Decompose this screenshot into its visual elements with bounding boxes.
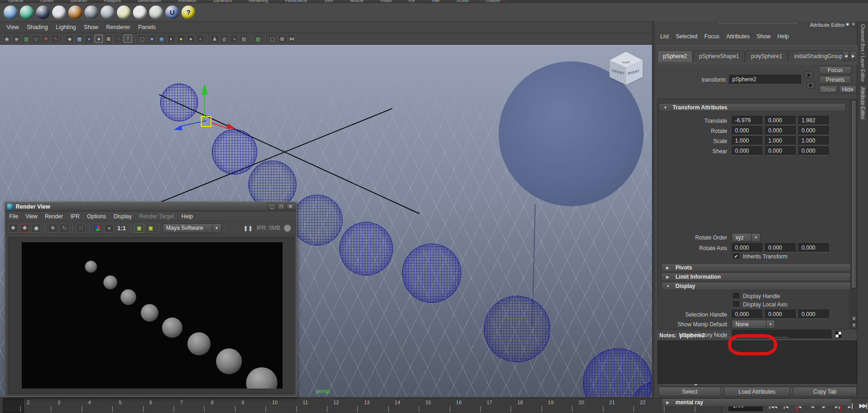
light-bulb-icon[interactable]	[117, 6, 131, 19]
viewport-menu-panels[interactable]: Panels	[138, 24, 156, 30]
inherits-transform-checkbox[interactable]: ✔	[733, 253, 739, 259]
keep-image-icon[interactable]: ▣	[134, 224, 144, 233]
selection-handle-field-x[interactable]: 0.000	[732, 310, 762, 319]
frame-tick[interactable]	[664, 406, 664, 412]
frame-tick[interactable]	[511, 406, 511, 412]
frame-tick[interactable]	[204, 406, 205, 412]
frame-tick[interactable]	[419, 406, 419, 412]
wireframe-sphere-2[interactable]	[212, 129, 257, 174]
frame-tick[interactable]	[174, 406, 174, 412]
scale-field-y[interactable]: 1.000	[765, 136, 796, 145]
frame-tick[interactable]	[112, 406, 113, 412]
film-gate-icon[interactable]: ▥	[22, 35, 30, 43]
frame-tick[interactable]	[235, 406, 235, 412]
scroll-up-button[interactable]: ▲	[851, 315, 856, 321]
wire-cube-icon[interactable]: ▢	[138, 35, 146, 43]
isolate-select-icon[interactable]: ▧	[254, 35, 262, 43]
frame-tick[interactable]	[480, 406, 481, 412]
flower-brush-dark-icon[interactable]	[149, 6, 163, 19]
shelf-tab-curves[interactable]: Curves	[32, 0, 62, 0]
motion-blur-cube-icon[interactable]: ▩	[240, 35, 248, 43]
image-plane-icon[interactable]	[101, 6, 115, 19]
shelf-tab-custom[interactable]: Custom	[477, 0, 509, 0]
scale-field-z[interactable]: 1.000	[798, 136, 829, 145]
plain-cube-icon[interactable]: ▢	[268, 35, 277, 43]
scroll-down-button[interactable]: ▼	[851, 322, 856, 328]
frame-tick[interactable]	[82, 406, 82, 412]
view-cube[interactable]: TOP FRONT RIGHT	[609, 52, 643, 85]
render-region-icon[interactable]: ∷	[76, 224, 86, 233]
render-view-menu-ipr[interactable]: IPR	[71, 213, 80, 220]
node-tab-psphere2[interactable]: pSphere2	[657, 50, 693, 62]
go-to-end-button[interactable]: ▶▶|	[857, 400, 868, 412]
frame-tick[interactable]	[357, 406, 358, 412]
shelf-tab-fluids[interactable]: Fluids	[372, 0, 400, 0]
hypergraph-link-icon[interactable]: ⋈	[288, 35, 296, 43]
bounding-box-icon[interactable]: ⊠	[104, 35, 113, 43]
frame-tick[interactable]	[296, 406, 297, 412]
selection-handle-field-y[interactable]: 0.000	[765, 310, 796, 319]
refresh-ipr-icon[interactable]: ↻	[60, 224, 69, 233]
attribute-editor-toggle[interactable]: Attribute Editor	[859, 85, 867, 121]
wireframe-sphere-7[interactable]	[484, 296, 550, 362]
show-input-connections-icon[interactable]	[805, 72, 813, 78]
viewport-menu-lighting[interactable]: Lighting	[56, 24, 76, 30]
ae-menu-focus[interactable]: Focus	[704, 33, 719, 40]
rotate-field-y[interactable]: 0.000	[765, 126, 796, 135]
xray-bust-icon[interactable]: ♟	[211, 35, 219, 43]
shear-field-x[interactable]: 0.000	[732, 146, 762, 156]
snapshot-icon[interactable]: ◉	[31, 224, 41, 233]
render-view-menu-options[interactable]: Options	[87, 213, 106, 220]
viewport-menu-renderer[interactable]: Renderer	[106, 24, 130, 30]
shelf-tab-rendering[interactable]: Rendering	[241, 0, 277, 0]
rotate-axis-field-y[interactable]: 0.000	[765, 243, 796, 252]
dark-sphere-icon[interactable]: ●	[196, 35, 205, 43]
camera-settings-icon[interactable]: ◉	[12, 35, 21, 43]
panel-float-button[interactable]: ▣	[845, 22, 850, 27]
wireframe-sphere-1[interactable]	[160, 84, 198, 121]
section-display[interactable]: ▼ Display	[662, 282, 852, 290]
shear-field-y[interactable]: 0.000	[765, 146, 796, 156]
half-shade-sphere-icon[interactable]: ◑	[230, 35, 238, 43]
gray-sphere-icon[interactable]: ●	[187, 35, 195, 43]
camera-icon[interactable]	[84, 6, 98, 19]
shelf-tab-animation[interactable]: Animation	[169, 0, 205, 0]
shaded-display-icon[interactable]: ●	[85, 35, 93, 43]
render-view-titlebar[interactable]: Render View _□✕	[5, 202, 296, 211]
shelf-tab-hair[interactable]: Hair	[424, 0, 449, 0]
field-chart-icon[interactable]: ✎	[51, 35, 60, 43]
frame-tick[interactable]	[388, 406, 389, 412]
ipr-stop-icon[interactable]	[284, 225, 291, 232]
frame-tick[interactable]	[603, 406, 603, 412]
viewport-menu-shading[interactable]: Shading	[27, 24, 48, 30]
door-icon[interactable]	[68, 6, 82, 19]
paintfx-person-navy-icon[interactable]	[36, 6, 50, 19]
shelf-tab-ncloth[interactable]: nCloth	[448, 0, 477, 0]
textured-display-icon[interactable]: T	[124, 35, 132, 43]
transform-name-field[interactable]: pSphere2	[729, 75, 801, 84]
tab-scroll-right-button[interactable]: ▶	[850, 51, 856, 61]
ae-menu-help[interactable]: Help	[778, 33, 789, 40]
node-tab-psphereshape1[interactable]: pSphereShape1	[693, 50, 745, 62]
current-frame-indicator[interactable]	[3, 399, 24, 413]
rotate-field-x[interactable]: 0.000	[732, 126, 762, 135]
wireframe-display-icon[interactable]: ◈	[66, 35, 74, 43]
section-mental-ray[interactable]: ▶mental ray	[662, 398, 852, 407]
wireframe-sphere-4[interactable]	[292, 195, 343, 245]
remove-image-icon[interactable]: ▣	[146, 224, 156, 233]
render-view-menu-file[interactable]: File	[9, 213, 18, 220]
ae-menu-list[interactable]: List	[660, 33, 669, 40]
pause-icon[interactable]: ❚❚	[243, 225, 253, 231]
shelf-tab-painteffects[interactable]: PaintEffects	[277, 0, 316, 0]
shelf-tab-toon[interactable]: Toon	[316, 0, 342, 0]
ae-menu-attributes[interactable]: Attributes	[726, 33, 750, 40]
section-transform-attributes[interactable]: ▼ Transform Attributes	[659, 103, 845, 112]
shelf-tab-fur[interactable]: Fur	[400, 0, 424, 0]
render-view-menu-display[interactable]: Display	[114, 213, 132, 220]
default-material-icon[interactable]: ∷	[114, 35, 122, 43]
frame-tick[interactable]	[327, 406, 327, 412]
selection-handle-field-z[interactable]: 0.000	[798, 310, 829, 319]
smooth-shaded-icon[interactable]: ●	[95, 35, 103, 43]
render-current-frame-icon[interactable]: ❖	[8, 224, 18, 233]
select-button[interactable]: Select	[658, 387, 721, 396]
